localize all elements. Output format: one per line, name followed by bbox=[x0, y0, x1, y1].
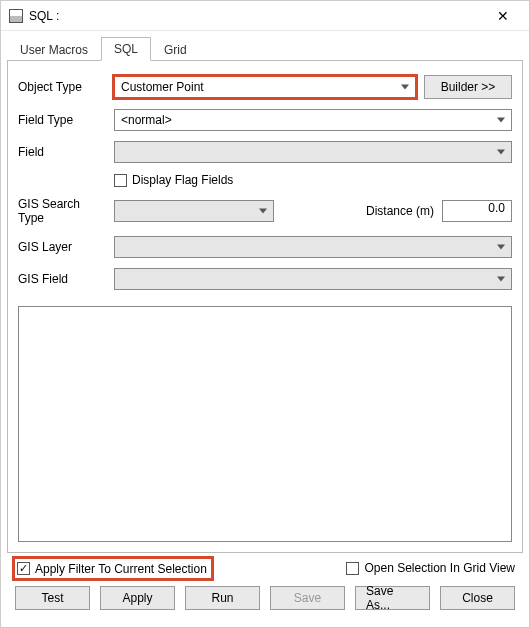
gis-field-combo[interactable] bbox=[114, 268, 512, 290]
display-flag-checkbox[interactable]: Display Flag Fields bbox=[114, 173, 233, 187]
field-combo[interactable] bbox=[114, 141, 512, 163]
builder-button[interactable]: Builder >> bbox=[424, 75, 512, 99]
checkbox-icon bbox=[114, 174, 127, 187]
label-gis-field: GIS Field bbox=[18, 272, 106, 286]
app-icon bbox=[9, 9, 23, 23]
distance-input[interactable]: 0.0 bbox=[442, 200, 512, 222]
label-gis-layer: GIS Layer bbox=[18, 240, 106, 254]
tabstrip: User Macros SQL Grid bbox=[7, 37, 523, 61]
tab-grid[interactable]: Grid bbox=[151, 38, 200, 61]
save-as-button[interactable]: Save As... bbox=[355, 586, 430, 610]
object-type-value: Customer Point bbox=[121, 80, 204, 94]
field-type-value: <normal> bbox=[121, 113, 172, 127]
save-button[interactable]: Save bbox=[270, 586, 345, 610]
checkbox-icon bbox=[346, 562, 359, 575]
close-icon[interactable]: ✕ bbox=[483, 3, 523, 29]
titlebar: SQL : ✕ bbox=[1, 1, 529, 31]
label-distance: Distance (m) bbox=[366, 204, 434, 218]
client-area: User Macros SQL Grid Object Type Custome… bbox=[1, 31, 529, 624]
open-selection-label: Open Selection In Grid View bbox=[364, 561, 515, 575]
tab-user-macros[interactable]: User Macros bbox=[7, 38, 101, 61]
gis-search-type-combo[interactable] bbox=[114, 200, 274, 222]
apply-filter-label: Apply Filter To Current Selection bbox=[35, 562, 207, 576]
sql-editor[interactable] bbox=[18, 306, 512, 542]
close-button[interactable]: Close bbox=[440, 586, 515, 610]
display-flag-label: Display Flag Fields bbox=[132, 173, 233, 187]
field-type-combo[interactable]: <normal> bbox=[114, 109, 512, 131]
tab-body-sql: Object Type Customer Point Builder >> Fi… bbox=[7, 61, 523, 553]
test-button[interactable]: Test bbox=[15, 586, 90, 610]
object-type-combo[interactable]: Customer Point bbox=[114, 76, 416, 98]
label-gis-search-type: GIS Search Type bbox=[18, 197, 106, 226]
checkbox-icon bbox=[17, 562, 30, 575]
distance-value: 0.0 bbox=[488, 201, 505, 215]
apply-filter-checkbox[interactable]: Apply Filter To Current Selection bbox=[17, 562, 207, 576]
tab-sql[interactable]: SQL bbox=[101, 37, 151, 61]
bottom-bar: Apply Filter To Current Selection Open S… bbox=[7, 553, 523, 618]
window-title: SQL : bbox=[29, 9, 483, 23]
gis-layer-combo[interactable] bbox=[114, 236, 512, 258]
label-field: Field bbox=[18, 145, 106, 159]
apply-button[interactable]: Apply bbox=[100, 586, 175, 610]
open-selection-checkbox[interactable]: Open Selection In Grid View bbox=[346, 561, 515, 575]
run-button[interactable]: Run bbox=[185, 586, 260, 610]
label-field-type: Field Type bbox=[18, 113, 106, 127]
label-object-type: Object Type bbox=[18, 80, 106, 94]
